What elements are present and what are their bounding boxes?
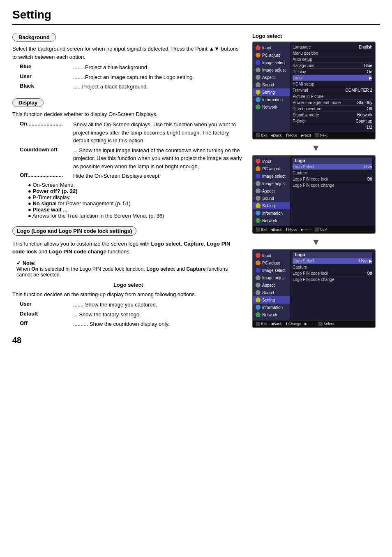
logo-select-intro: This function decides on the starting-up… — [12, 290, 244, 299]
osd3-footer-change: ⬆Change — [285, 322, 302, 326]
logo-select-sub-title: Logo select — [12, 282, 244, 288]
osd-menu-3: Input PC adjust Image select Image adjus… — [252, 249, 376, 328]
sidebar2-pcadjust: PC adjust — [253, 165, 290, 172]
background-options: Blue ........Project a blue background. … — [20, 63, 244, 91]
background-intro: Select the background screen for when no… — [12, 45, 244, 61]
osd2-row-pinlock: Logo PIN code lock Off — [293, 176, 372, 182]
network3-icon — [256, 312, 261, 317]
osd-row-directpower: Direct power on Off — [293, 106, 372, 112]
osd-row-standbymode: Standby mode Network — [293, 112, 372, 118]
imageselect3-icon — [256, 268, 261, 273]
osd-inner-1: Input PC adjust Image select Image adjus… — [253, 42, 375, 132]
osd-row-background: Background Blue — [293, 63, 372, 69]
input-icon — [256, 45, 261, 50]
background-black-term: Black — [20, 83, 73, 91]
pcadjust3-icon — [256, 260, 261, 265]
osd-row-ptimer: P-timer Count up — [293, 118, 372, 124]
display-off-def: Hide the On-Screen Displays except: — [73, 172, 244, 180]
osd-menu-2: Input PC adjust Image select Image adjus… — [252, 155, 376, 234]
logo-select-user: User ....... Show the image you captured… — [20, 301, 244, 309]
osd2-row-logoselect: Logo Select User — [293, 164, 372, 170]
osd-footer-move: ⬆Move — [285, 133, 297, 137]
osd-footer-1: ⬛ Exit ◀Back ⬆Move ▶Next ⬛ Next — [253, 132, 375, 139]
imageselect-icon — [256, 60, 261, 65]
pcadjust-icon — [256, 53, 261, 58]
display-on-def: Show all the On-Screen displays. Use thi… — [73, 121, 244, 145]
osd2-row-capture: Capture — [293, 170, 372, 176]
osd-content-3: Logo Logo Select User ▶ Capture Logo PIN… — [290, 250, 375, 320]
logo-default-def: ... Show the factory-set logo. — [73, 311, 244, 319]
logo-off-term: Off — [20, 320, 73, 328]
background-option-blue: Blue ........Project a blue background. — [20, 63, 244, 72]
osd3-footer-exit: ⬛ Exit — [256, 322, 267, 326]
sidebar2-imageselect: Image select — [253, 172, 290, 180]
input2-icon — [256, 159, 261, 164]
sidebar-item-input: Input — [253, 44, 290, 51]
aspect3-icon — [256, 283, 261, 288]
aspect-icon — [256, 75, 261, 80]
sidebar-item-pcadjust: PC adjust — [253, 51, 290, 59]
logo-default-term: Default — [20, 311, 73, 319]
sidebar3-sound: Sound — [253, 289, 290, 296]
sidebar-item-sound: Sound — [253, 81, 290, 88]
display-option-on: On........................ Show all the … — [20, 121, 244, 145]
network-icon — [256, 104, 261, 109]
imageadjust3-icon — [256, 275, 261, 280]
osd-inner-2: Input PC adjust Image select Image adjus… — [253, 156, 375, 226]
osd3-row-capture: Capture — [293, 264, 372, 270]
sidebar3-setting: Setting — [253, 296, 290, 304]
background-black-def: ......Project a black background. — [73, 83, 244, 91]
sidebar2-aspect: Aspect — [253, 187, 290, 195]
logo-user-term: User — [20, 301, 73, 309]
osd3-row-pinlock: Logo PIN code lock Off — [293, 270, 372, 276]
bullet-on-screen-menu: On-Screen Menu. — [28, 182, 244, 188]
display-on-term: On........................ — [20, 121, 73, 145]
osd-row-page: 1/2 — [293, 124, 372, 130]
right-column: Logo select Input PC adjust Image select — [252, 33, 380, 345]
display-header: Display — [12, 98, 44, 107]
osd-footer-next2: ⬛ Next — [314, 133, 327, 137]
imageadjust-icon — [256, 67, 261, 72]
osd-content-1: Language English Menu position Auto setu… — [290, 42, 375, 132]
sidebar-item-setting: Setting — [253, 88, 290, 96]
sidebar3-imageadjust: Image adjust — [253, 274, 290, 281]
imageselect2-icon — [256, 174, 261, 179]
pcadjust2-icon — [256, 166, 261, 171]
osd2-footer-next1: ▶------ — [301, 227, 311, 232]
logo-user-def: ....... Show the image you captured. — [73, 301, 244, 309]
osd-row-powermode: Power management mode Standby — [293, 100, 372, 106]
sidebar2-network: Network — [253, 217, 290, 224]
note-label: Note: — [16, 260, 36, 266]
input3-icon — [256, 253, 261, 258]
osd-row-hdmi: HDMI setup — [293, 81, 372, 87]
down-arrow-1: ▼ — [252, 143, 380, 153]
display-section: Display This function decides whether to… — [12, 98, 244, 219]
sidebar3-information: Information — [253, 304, 290, 311]
display-countdown-term: Countdown off — [20, 146, 73, 171]
setting3-icon — [256, 297, 261, 302]
osd-row-autosetup: Auto setup — [293, 56, 372, 63]
display-option-countdown: Countdown off ... Show the input image i… — [20, 146, 244, 171]
sidebar-item-aspect: Aspect — [253, 74, 290, 81]
sidebar3-aspect: Aspect — [253, 281, 290, 289]
sidebar3-input: Input — [253, 252, 290, 259]
osd-title-3: Logo — [293, 252, 372, 258]
bullet-power-off: Power off? (p. 22) — [28, 188, 244, 194]
down-arrow-2: ▼ — [252, 237, 380, 248]
background-section: Background Select the background screen … — [12, 33, 244, 91]
background-user-def: ........Project an image captured in the… — [73, 73, 244, 81]
osd-footer-exit: ⬛ Exit — [256, 133, 267, 137]
logo-select-off: Off .......... Show the countdown displa… — [20, 320, 244, 328]
sidebar2-setting: Setting — [253, 202, 290, 209]
osd-title-2: Logo — [293, 158, 372, 164]
logo-section: Logo (Logo and Logo PIN code lock settin… — [12, 226, 244, 328]
osd2-footer-move: ⬆Move — [285, 227, 297, 232]
display-options: On........................ Show all the … — [20, 121, 244, 219]
sound3-icon — [256, 290, 261, 295]
bullet-arrows: Arrows for the True function in the Scre… — [28, 213, 244, 219]
sidebar2-sound: Sound — [253, 195, 290, 202]
logo-select-default: Default ... Show the factory-set logo. — [20, 311, 244, 319]
note-box: Note: When On is selected in the Logo PI… — [16, 260, 244, 278]
logo-off-def: .......... Show the countdown display on… — [73, 320, 244, 328]
osd-inner-3: Input PC adjust Image select Image adjus… — [253, 250, 375, 320]
